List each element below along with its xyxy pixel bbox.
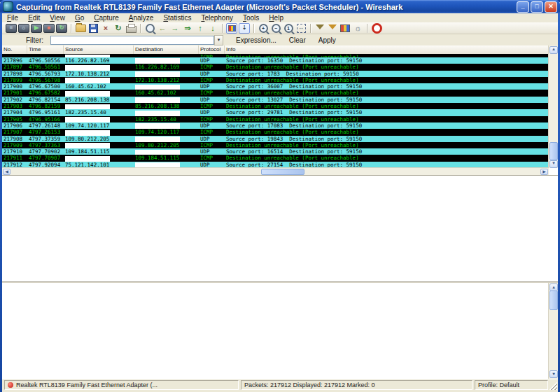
- column-header-source[interactable]: Source: [64, 46, 134, 54]
- cell-destination: [134, 109, 199, 115]
- packet-row-217902[interactable]: 2179024796.8215485.216.208.138UDPSource …: [2, 97, 549, 103]
- menu-statistics[interactable]: Statistics: [158, 14, 196, 22]
- go-forward-icon[interactable]: →: [169, 23, 181, 34]
- packet-list-vertical-scrollbar[interactable]: ▲ ▼: [548, 46, 558, 168]
- capture-interfaces-icon[interactable]: ≡: [6, 23, 17, 34]
- close-file-icon[interactable]: ×: [100, 23, 111, 34]
- cell-time: 4797.70902: [27, 148, 64, 155]
- bytes-vertical-scrollbar[interactable]: ▲ ▼: [548, 283, 558, 379]
- scroll-left-icon[interactable]: ◀: [3, 169, 10, 175]
- cell-no: 217910: [2, 148, 27, 155]
- column-header-destination[interactable]: Destination: [134, 46, 199, 54]
- scroll-down-icon[interactable]: ▼: [550, 160, 558, 168]
- packet-row-217905[interactable]: 2179054796.95166182.235.15.40ICMPDestina…: [2, 116, 549, 122]
- menu-telephony[interactable]: Telephony: [196, 14, 238, 22]
- close-button[interactable]: ✕: [545, 1, 557, 13]
- clear-button[interactable]: Clear: [289, 36, 306, 44]
- menu-help[interactable]: Help: [264, 14, 288, 22]
- column-header-time[interactable]: Time: [27, 46, 64, 54]
- menu-tools[interactable]: Tools: [238, 14, 264, 22]
- capture-start-icon[interactable]: ▶: [31, 23, 42, 34]
- menu-edit[interactable]: Edit: [23, 14, 45, 22]
- capture-options-icon[interactable]: ☼: [18, 23, 29, 34]
- save-file-icon[interactable]: [88, 23, 99, 34]
- cell-source: 160.45.62.102: [64, 83, 134, 90]
- autoscroll-toggle-icon[interactable]: ⇣: [239, 23, 250, 34]
- packet-row-217909[interactable]: 2179094797.37363109.80.212.205ICMPDestin…: [2, 142, 549, 148]
- menu-capture[interactable]: Capture: [89, 14, 124, 22]
- menu-analyze[interactable]: Analyze: [124, 14, 159, 22]
- capture-filter-icon: [316, 24, 324, 29]
- close-file-icon: ×: [104, 24, 108, 32]
- resize-columns-icon[interactable]: ↔: [295, 23, 307, 34]
- packet-row-217907[interactable]: 2179074797.26153109.74.120.117ICMPDestin…: [2, 129, 549, 135]
- packet-row-217901[interactable]: 2179014796.67582160.45.62.102ICMPDestina…: [2, 90, 549, 96]
- display-filter-icon: [328, 24, 337, 29]
- filter-input[interactable]: [50, 36, 214, 45]
- go-top-icon[interactable]: ↑: [195, 23, 206, 34]
- packet-row-217897[interactable]: 2178974796.50561116.226.82.169ICMPDestin…: [2, 64, 549, 70]
- packet-bytes-pane: ▲ ▼: [2, 283, 558, 379]
- display-filter-icon[interactable]: [327, 23, 338, 34]
- menu-file[interactable]: File: [2, 14, 23, 22]
- open-file-icon: [76, 24, 86, 32]
- zoom-in-icon: +: [259, 24, 268, 33]
- column-header-protocol[interactable]: Protocol: [199, 46, 225, 54]
- go-to-packet-icon[interactable]: ⇒: [182, 23, 193, 34]
- column-header-no[interactable]: No.: [2, 46, 27, 54]
- capture-stop-icon[interactable]: ■: [43, 23, 55, 34]
- find-packet-icon[interactable]: [144, 23, 155, 34]
- help-icon[interactable]: [371, 23, 382, 34]
- apply-button[interactable]: Apply: [318, 36, 336, 44]
- menu-go[interactable]: Go: [70, 14, 89, 22]
- capture-filter-icon[interactable]: [314, 23, 326, 34]
- packet-row-217899[interactable]: 2178994796.56798172.10.138.212ICMPDestin…: [2, 77, 549, 83]
- packet-list-horizontal-scrollbar[interactable]: ◀ ▶: [2, 167, 549, 175]
- horizontal-scroll-thumb[interactable]: [261, 169, 304, 175]
- scroll-right-icon[interactable]: ▶: [540, 169, 548, 175]
- capture-stop-icon: ■: [48, 25, 51, 31]
- go-back-icon[interactable]: ←: [157, 23, 168, 34]
- go-bottom-icon[interactable]: ↓: [207, 23, 218, 34]
- cell-source: [64, 142, 134, 148]
- zoom-100-icon[interactable]: 1: [283, 23, 294, 34]
- cell-no: 217901: [2, 90, 27, 96]
- cell-no: 217909: [2, 142, 27, 148]
- colorize-toggle-icon[interactable]: [226, 23, 237, 34]
- expert-info-icon[interactable]: [8, 382, 13, 388]
- packet-row-217898[interactable]: 2178984796.56793172.10.138.212UDPSource …: [2, 71, 549, 77]
- profile-status[interactable]: Profile: Default: [475, 380, 548, 390]
- toolbar-separator: [140, 24, 141, 33]
- scroll-up-icon[interactable]: ▲: [550, 46, 558, 54]
- capture-restart-icon[interactable]: ↻: [56, 23, 67, 34]
- cell-time: 4796.50556: [27, 57, 64, 64]
- capture-interfaces-icon: ≡: [6, 24, 17, 33]
- packet-row-217896[interactable]: 2178964796.50556116.226.82.169UDPSource …: [2, 57, 549, 64]
- maximize-button[interactable]: □: [531, 1, 543, 13]
- resize-grip[interactable]: [549, 382, 557, 390]
- cell-destination: [134, 122, 199, 129]
- expression-button[interactable]: Expression...: [236, 36, 276, 44]
- menu-view[interactable]: View: [45, 14, 70, 22]
- packet-row-217911[interactable]: 2179114797.70907109.184.51.115ICMPDestin…: [2, 155, 549, 161]
- reload-file-icon[interactable]: ↻: [113, 23, 124, 34]
- packet-row-217906[interactable]: 2179064797.26148109.74.120.117UDPSource …: [2, 122, 549, 129]
- print-icon[interactable]: [125, 23, 136, 34]
- filter-dropdown-button[interactable]: ▼: [214, 35, 223, 46]
- packet-row-217910[interactable]: 2179104797.70902109.184.51.115UDPSource …: [2, 148, 549, 155]
- column-header-info[interactable]: Info: [225, 46, 549, 54]
- zoom-in-icon[interactable]: +: [258, 23, 269, 34]
- packet-row-217908[interactable]: 2179084797.37359109.80.212.205UDPSource …: [2, 136, 549, 142]
- coloring-rules-icon[interactable]: [340, 23, 351, 34]
- vertical-scroll-thumb[interactable]: [550, 290, 558, 310]
- packet-row-217904[interactable]: 2179044796.95161182.235.15.40UDPSource p…: [2, 109, 549, 115]
- preferences-icon[interactable]: ☼: [352, 23, 363, 34]
- packet-row-217900[interactable]: 2179004796.67500160.45.62.102UDPSource p…: [2, 83, 549, 90]
- packet-row-217903[interactable]: 2179034796.8215985.216.208.138ICMPDestin…: [2, 103, 549, 109]
- zoom-out-icon[interactable]: −: [270, 23, 281, 34]
- open-file-icon[interactable]: [75, 23, 86, 34]
- scroll-down-icon[interactable]: ▼: [550, 370, 558, 378]
- minimize-button[interactable]: _: [517, 1, 529, 13]
- redacted-address-box: [135, 150, 180, 155]
- vertical-scroll-thumb[interactable]: [550, 142, 558, 160]
